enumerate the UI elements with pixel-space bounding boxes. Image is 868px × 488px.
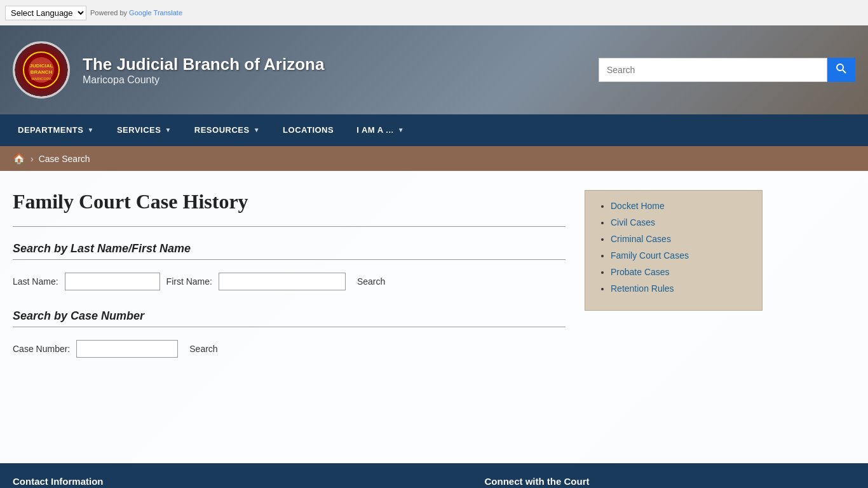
sidebar-link-criminal-cases[interactable]: Criminal Cases: [611, 234, 671, 244]
breadcrumb-separator: ›: [31, 154, 34, 164]
home-icon[interactable]: 🏠: [13, 152, 25, 165]
header-search-button[interactable]: [827, 58, 855, 82]
svg-text:MARICOPA: MARICOPA: [31, 77, 51, 81]
top-bar: Select Language Powered by Google Transl…: [0, 0, 868, 25]
nav-services[interactable]: SERVICES ▼: [105, 114, 183, 146]
sidebar-item-docket-home: Docket Home: [611, 201, 749, 211]
search-icon: [836, 64, 846, 74]
contact-title: Contact Information: [13, 476, 104, 487]
powered-by: Powered by Google Translate: [90, 9, 182, 17]
sidebar-item-probate-cases: Probate Cases: [611, 267, 749, 277]
svg-point-5: [837, 64, 843, 71]
language-select[interactable]: Select Language: [5, 6, 86, 20]
title-divider: [13, 226, 566, 227]
case-number-label: Case Number:: [13, 344, 70, 354]
last-name-label: Last Name:: [13, 276, 58, 287]
sidebar: Docket Home Civil Cases Criminal Cases F…: [585, 190, 763, 444]
header-search-input[interactable]: [599, 58, 827, 82]
logo: JUDICIAL BRANCH MARICOPA: [13, 41, 70, 98]
breadcrumb: 🏠 › Case Search: [0, 146, 868, 171]
last-name-input[interactable]: [65, 273, 160, 290]
google-text: Google: [129, 9, 151, 17]
case-number-input[interactable]: [76, 340, 178, 358]
connect-title: Connect with the Court: [485, 476, 590, 487]
main-nav: DEPARTMENTS ▼ SERVICES ▼ RESOURCES ▼ LOC…: [0, 114, 868, 146]
first-name-label: First Name:: [166, 276, 212, 287]
header: JUDICIAL BRANCH MARICOPA The Judicial Br…: [0, 25, 868, 114]
section1-divider: [13, 259, 566, 260]
nav-i-am-a[interactable]: I AM A ... ▼: [345, 114, 416, 146]
svg-text:JUDICIAL: JUDICIAL: [30, 63, 53, 69]
first-name-input[interactable]: [219, 273, 346, 290]
sidebar-link-retention-rules[interactable]: Retention Rules: [611, 283, 674, 294]
logo-svg: JUDICIAL BRANCH MARICOPA: [22, 51, 60, 89]
sidebar-link-probate-cases[interactable]: Probate Cases: [611, 267, 670, 277]
section2-divider: [13, 327, 566, 327]
sidebar-link-docket-home[interactable]: Docket Home: [611, 201, 665, 211]
nav-locations[interactable]: LOCATIONS: [271, 114, 345, 146]
services-arrow: ▼: [165, 114, 171, 146]
i-am-a-arrow: ▼: [398, 114, 404, 146]
site-title: The Judicial Branch of Arizona: [83, 55, 599, 74]
sidebar-item-civil-cases: Civil Cases: [611, 217, 749, 227]
departments-arrow: ▼: [87, 114, 93, 146]
svg-line-6: [843, 70, 846, 73]
sidebar-box: Docket Home Civil Cases Criminal Cases F…: [585, 190, 763, 311]
name-search-row: Last Name: First Name: Search: [13, 273, 566, 290]
footer: Contact Information Connect with the Cou…: [0, 463, 868, 488]
sidebar-item-retention-rules: Retention Rules: [611, 283, 749, 294]
nav-resources[interactable]: RESOURCES ▼: [183, 114, 271, 146]
breadcrumb-current: Case Search: [39, 154, 90, 164]
site-subtitle: Maricopa County: [83, 74, 599, 86]
search-by-name-button[interactable]: Search: [352, 274, 390, 289]
header-title: The Judicial Branch of Arizona Maricopa …: [83, 55, 599, 86]
svg-text:BRANCH: BRANCH: [31, 69, 53, 75]
footer-connect: Connect with the Court: [485, 476, 590, 488]
content-area: Family Court Case History Search by Last…: [13, 190, 566, 444]
footer-contact: Contact Information: [13, 476, 104, 488]
search-by-case-button[interactable]: Search: [184, 341, 222, 356]
sidebar-item-criminal-cases: Criminal Cases: [611, 234, 749, 244]
section1-title: Search by Last Name/First Name: [13, 242, 566, 255]
sidebar-link-civil-cases[interactable]: Civil Cases: [611, 217, 655, 227]
resources-arrow: ▼: [254, 114, 260, 146]
translate-text: Translate: [154, 9, 182, 17]
section2-title: Search by Case Number: [13, 309, 566, 323]
nav-departments[interactable]: DEPARTMENTS ▼: [6, 114, 105, 146]
sidebar-item-family-court-cases: Family Court Cases: [611, 250, 749, 261]
logo-inner: JUDICIAL BRANCH MARICOPA: [15, 43, 68, 97]
header-search: [599, 58, 855, 82]
sidebar-links: Docket Home Civil Cases Criminal Cases F…: [598, 201, 749, 294]
page-title: Family Court Case History: [13, 190, 566, 214]
main-content: Family Court Case History Search by Last…: [0, 171, 868, 463]
powered-by-text: Powered by: [90, 9, 127, 17]
sidebar-link-family-court-cases[interactable]: Family Court Cases: [611, 250, 689, 261]
case-search-row: Case Number: Search: [13, 340, 566, 358]
